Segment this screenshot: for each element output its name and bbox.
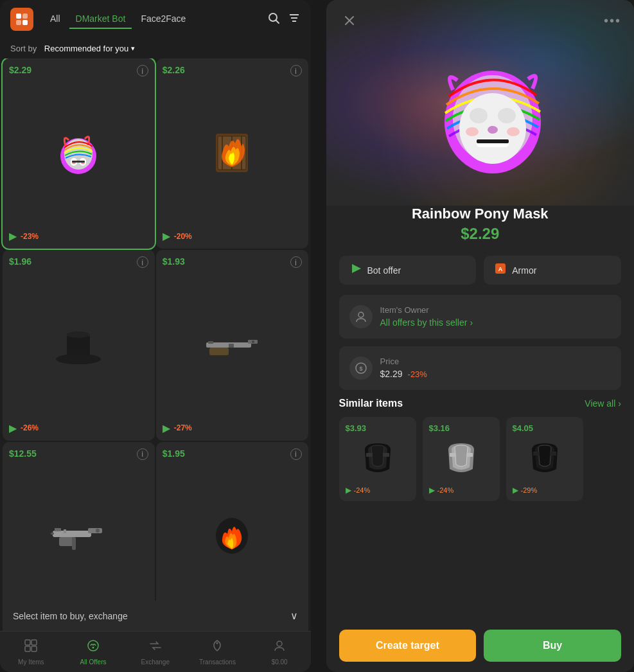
sort-label: Sort by — [10, 44, 37, 53]
item-card-2[interactable]: $2.26 i ▶ — [156, 58, 308, 249]
discount-2: -20% — [174, 232, 192, 241]
nav-all-offers[interactable]: All Offers — [62, 632, 125, 672]
item-image-2 — [163, 75, 302, 230]
item-info-icon-2[interactable]: i — [290, 65, 302, 76]
owner-info-text: Item's Owner All offers by this seller › — [380, 305, 612, 328]
search-icon[interactable] — [267, 12, 280, 28]
svg-rect-43 — [31, 646, 37, 651]
tab-face2face[interactable]: Face2Face — [134, 10, 192, 29]
similar-header: Similar items View all › — [339, 398, 622, 409]
view-all-chevron-icon: › — [618, 398, 621, 409]
svg-point-46 — [216, 642, 218, 644]
dmarket-arrow-icon-3: ▶ — [9, 422, 17, 434]
top-bar: All DMarket Bot Face2Face — [0, 0, 311, 39]
item-price-2: $2.26 — [163, 65, 302, 75]
close-button[interactable] — [339, 10, 360, 31]
item-emoji-4 — [203, 322, 261, 367]
sim-price-1: $3.93 — [346, 423, 410, 433]
sim-bottom-3: ▶ -29% — [513, 486, 577, 495]
app-logo — [10, 8, 33, 31]
discount-4: -27% — [174, 423, 192, 432]
svg-point-54 — [498, 108, 516, 123]
nav-balance[interactable]: $0.00 — [249, 632, 311, 672]
svg-point-53 — [470, 108, 488, 123]
item-card-3[interactable]: $1.96 i ▶ -26% — [3, 250, 155, 440]
svg-rect-38 — [64, 529, 66, 533]
create-target-button[interactable]: Create target — [339, 630, 477, 662]
sim-bottom-1: ▶ -24% — [346, 486, 410, 495]
item-info-icon-6[interactable]: i — [290, 448, 302, 460]
nav-exchange[interactable]: Exchange — [124, 632, 186, 672]
similar-title: Similar items — [339, 398, 403, 409]
svg-rect-30 — [229, 344, 234, 348]
item-hero-image — [428, 45, 531, 161]
item-info-icon-1[interactable]: i — [137, 65, 148, 76]
bot-offer-badge[interactable]: Bot offer — [339, 256, 477, 285]
more-options-button[interactable]: ••• — [604, 13, 621, 28]
similar-section: Similar items View all › $3.93 — [326, 398, 635, 619]
sim-price-2: $3.16 — [429, 423, 493, 433]
item-emoji-5 — [49, 513, 107, 558]
select-overlay[interactable]: Select item to buy, exchange ∨ — [3, 601, 308, 631]
owner-link-text: All offers by this seller — [380, 317, 468, 328]
owner-avatar — [349, 305, 373, 328]
item-card-4[interactable]: $1.93 i ▶ -27% — [156, 250, 308, 440]
svg-rect-35 — [72, 537, 76, 550]
select-overlay-text: Select item to buy, exchange — [13, 611, 128, 621]
sort-bar: Sort by Recommended for you ▾ — [0, 39, 311, 58]
view-all-button[interactable]: View all › — [585, 398, 621, 409]
armor-label: Armor — [512, 265, 536, 276]
svg-marker-60 — [352, 264, 361, 273]
svg-rect-36 — [51, 533, 54, 535]
similar-item-3[interactable]: $4.05 ▶ -29% — [506, 417, 583, 501]
item-emoji-3 — [49, 322, 107, 367]
item-info-icon-5[interactable]: i — [137, 448, 148, 460]
sort-value[interactable]: Recommended for you — [44, 44, 129, 53]
sort-chevron-icon: ▾ — [131, 44, 135, 53]
item-bottom-3: ▶ -26% — [9, 422, 148, 434]
item-image-4 — [163, 267, 302, 421]
item-image-5 — [9, 459, 148, 614]
svg-point-23 — [67, 332, 90, 338]
svg-rect-28 — [208, 341, 213, 344]
price-discount: -23% — [408, 369, 427, 379]
filter-icon[interactable] — [288, 12, 301, 28]
sim-img-3 — [513, 437, 577, 482]
balance-icon — [272, 639, 286, 656]
svg-rect-41 — [31, 640, 37, 645]
similar-item-1[interactable]: $3.93 ▶ -24% — [339, 417, 416, 501]
armor-icon: A — [494, 262, 507, 278]
item-image-1 — [9, 75, 148, 230]
owner-link[interactable]: All offers by this seller › — [380, 317, 612, 328]
svg-line-5 — [276, 20, 279, 23]
svg-rect-34 — [55, 528, 61, 531]
item-price-3: $1.96 — [9, 256, 148, 267]
sim-disc-2: -24% — [437, 486, 454, 494]
sim-arrow-1: ▶ — [346, 486, 351, 495]
price-section: $ Price $2.29 -23% — [339, 346, 622, 390]
tab-all[interactable]: All — [44, 10, 67, 29]
item-emoji-2 — [203, 130, 261, 175]
item-info-icon-3[interactable]: i — [137, 256, 148, 268]
owner-label: Item's Owner — [380, 305, 612, 315]
armor-badge[interactable]: A Armor — [484, 256, 621, 285]
similar-item-2[interactable]: $3.16 ▶ -24% — [423, 417, 500, 501]
item-price-6: $1.95 — [163, 448, 302, 459]
svg-rect-42 — [25, 646, 30, 651]
bot-offer-label: Bot offer — [367, 265, 401, 276]
action-buttons: Create target Buy — [326, 619, 635, 672]
item-info-icon-4[interactable]: i — [290, 256, 302, 268]
discount-1: -23% — [21, 232, 39, 241]
svg-rect-2 — [16, 20, 21, 25]
buy-button[interactable]: Buy — [484, 630, 621, 662]
discount-3: -26% — [21, 423, 39, 432]
svg-rect-31 — [53, 531, 91, 537]
item-card-1[interactable]: $2.29 i — [3, 58, 155, 249]
tab-dmarket-bot[interactable]: DMarket Bot — [69, 10, 132, 29]
nav-transactions[interactable]: Transactions — [186, 632, 249, 672]
select-overlay-chevron-icon: ∨ — [290, 610, 298, 622]
nav-my-items[interactable]: My Items — [0, 632, 62, 672]
item-emoji-6 — [203, 513, 261, 558]
items-grid: $2.29 i — [0, 58, 311, 632]
sim-img-2 — [429, 437, 493, 482]
